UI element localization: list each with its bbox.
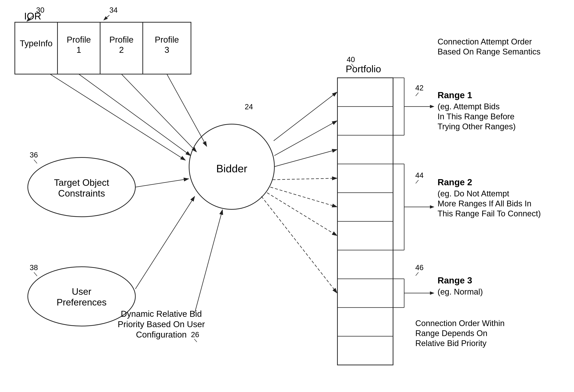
bidder-to-row6-dashed (267, 193, 337, 236)
profile1-label: Profile (67, 35, 91, 44)
bidder-label: Bidder (216, 162, 247, 175)
ref-34: 34 (109, 6, 118, 14)
typeinfo-cell (15, 22, 58, 74)
range1-label: Range 1 (438, 90, 472, 100)
conn-within-line1: Connection Order Within (415, 319, 505, 328)
bidder-to-row2 (274, 121, 337, 156)
dynamic-label-line1: Dynamic Relative Bid (121, 309, 202, 319)
range2-label: Range 2 (438, 177, 472, 187)
ref-44: 44 (415, 171, 424, 179)
profile3-num: 3 (164, 45, 169, 55)
conn-within-line2: Range Depends On (415, 329, 487, 338)
conn-order-line1: Connection Attempt Order (438, 37, 532, 46)
dynamic-to-bidder (195, 210, 223, 313)
typeinfo-to-bidder (50, 74, 185, 160)
portfolio-label: Portfolio (346, 63, 381, 74)
ref34-arrow (104, 15, 109, 20)
profile3-label: Profile (155, 35, 179, 44)
range2-desc-line3: This Range Fail To Connect) (438, 209, 541, 218)
bidder-to-row3 (274, 150, 337, 167)
userprefs-label-line2: Preferences (57, 297, 107, 308)
profile3-to-bidder (167, 74, 207, 146)
range1-desc-line2: In This Range Before (438, 112, 514, 121)
target-label-line2: Constraints (58, 188, 105, 199)
target-to-bidder (135, 179, 189, 187)
range1-desc-line3: Trying Other Ranges) (438, 122, 516, 131)
dynamic-label-line2: Priority Based On User (118, 319, 205, 329)
range2-desc-line2: More Ranges If All Bids In (438, 199, 531, 208)
ref-46: 46 (415, 263, 424, 272)
ref-26: 26 (191, 331, 199, 339)
ref-30: 30 (36, 6, 44, 14)
range2-desc-line1: (eg. Do Not Attempt (438, 189, 509, 198)
ref26-tick (194, 339, 197, 342)
profile2-label: Profile (109, 35, 133, 44)
ref-40: 40 (347, 55, 355, 63)
ref36-tick (34, 160, 37, 163)
range3-label: Range 3 (438, 275, 472, 285)
profile2-to-bidder (122, 74, 197, 152)
profile1-num: 1 (76, 45, 81, 55)
conn-within-line3: Relative Bid Priority (415, 339, 487, 348)
bidder-to-row1 (274, 92, 337, 141)
bidder-to-row5-dashed (270, 187, 337, 207)
bidder-to-row8-dashed (261, 196, 337, 293)
ref44-tick (416, 180, 418, 183)
ref46-tick (416, 272, 418, 276)
ref42-tick (416, 93, 418, 96)
ref38-tick (34, 272, 37, 276)
ref-36: 36 (30, 151, 38, 159)
range1-desc-line1: (eg. Attempt Bids (438, 102, 500, 111)
conn-order-line2: Based On Range Semantics (438, 47, 540, 56)
ref-42: 42 (415, 84, 424, 92)
ref-38: 38 (30, 263, 38, 272)
range3-desc-line1: (eg. Normal) (438, 287, 483, 296)
userprefs-label-line1: User (72, 286, 91, 297)
bidder-to-row4-dashed (272, 178, 337, 180)
dynamic-label-line3: Configuration (136, 330, 187, 339)
profile2-num: 2 (119, 45, 124, 55)
userprefs-to-bidder (135, 196, 195, 289)
target-label-line1: Target Object (54, 177, 109, 188)
ref-24: 24 (245, 103, 253, 111)
typeinfo-label: TypeInfo (20, 39, 52, 48)
